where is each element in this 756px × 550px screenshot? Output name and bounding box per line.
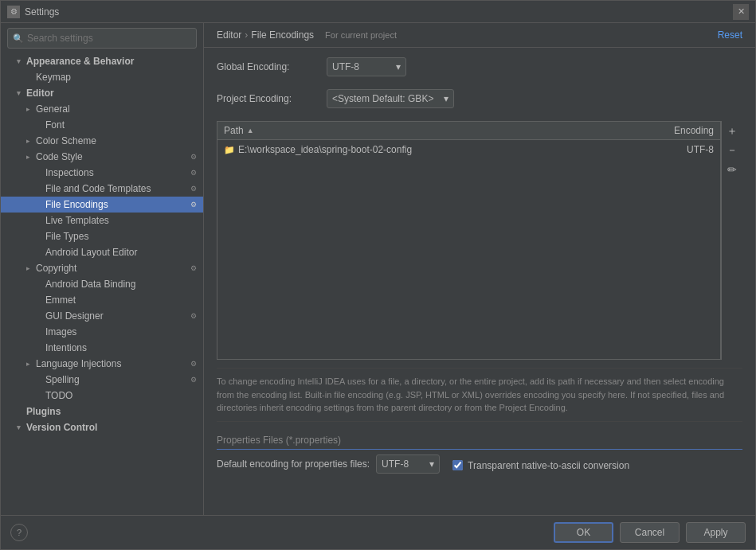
sidebar-item-label: Font	[45, 119, 197, 131]
settings-icon: ⚙	[190, 201, 197, 209]
cancel-button[interactable]: Cancel	[620, 522, 680, 543]
add-row-button[interactable]: ＋	[723, 123, 741, 140]
sidebar-item-language-injections[interactable]: Language Injections ⚙	[1, 356, 203, 372]
sidebar-item-spelling[interactable]: Spelling ⚙	[1, 372, 203, 388]
settings-window: ⚙ Settings ✕ 🔍 Appearance & Behavior	[0, 0, 756, 550]
sidebar-item-gui-designer[interactable]: GUI Designer ⚙	[1, 308, 203, 324]
default-encoding-row: Default encoding for properties files: U…	[217, 454, 742, 474]
encoding-cell: UTF-8	[591, 142, 714, 157]
encoding-table-container: Path ▲ Encoding 📁	[217, 121, 742, 360]
default-encoding-dropdown[interactable]: UTF-8	[382, 458, 426, 470]
breadcrumb-current: File Encodings	[251, 29, 314, 41]
sidebar-item-code-style[interactable]: Code Style ⚙	[1, 149, 203, 165]
sidebar-item-label: General	[36, 103, 197, 115]
arrow-icon	[26, 264, 36, 272]
sidebar-item-file-code-templates[interactable]: File and Code Templates ⚙	[1, 181, 203, 197]
search-box[interactable]: 🔍	[7, 28, 197, 49]
sidebar-item-intentions[interactable]: Intentions	[1, 340, 203, 356]
sidebar-item-font[interactable]: Font	[1, 117, 203, 133]
sort-arrow-icon: ▲	[247, 127, 254, 135]
sidebar-item-label: Android Data Binding	[45, 279, 197, 290]
dropdown-arrow-icon: ▾	[429, 458, 434, 470]
dropdown-arrow-icon: ▾	[396, 61, 401, 72]
default-encoding-label: Default encoding for properties files:	[217, 458, 370, 470]
settings-icon: ⚙	[190, 185, 197, 193]
table-row[interactable]: 📁 E:\workspace_idea\spring-boot-02-confi…	[217, 140, 720, 159]
sidebar-item-label: Language Injections	[36, 358, 190, 369]
sidebar-item-copyright[interactable]: Copyright ⚙	[1, 260, 203, 276]
sidebar-item-label: File and Code Templates	[45, 183, 190, 194]
sidebar-item-keymap[interactable]: Keymap	[1, 69, 203, 85]
sidebar-item-images[interactable]: Images	[1, 324, 203, 340]
edit-row-button[interactable]: ✏	[723, 161, 741, 178]
sidebar-item-file-types[interactable]: File Types	[1, 228, 203, 244]
project-encoding-select[interactable]: <System Default: GBK> ▾	[327, 89, 454, 108]
sidebar-item-label: Keymap	[36, 72, 197, 83]
sidebar-item-label: Android Layout Editor	[45, 247, 197, 258]
settings-icon: ⚙	[190, 312, 197, 320]
sidebar-item-color-scheme[interactable]: Color Scheme	[1, 133, 203, 149]
breadcrumb: Editor › File Encodings	[217, 29, 314, 41]
main-header: Editor › File Encodings For current proj…	[204, 23, 755, 48]
arrow-icon	[17, 89, 26, 97]
project-encoding-dropdown[interactable]: <System Default: GBK>	[332, 93, 441, 104]
titlebar: ⚙ Settings ✕	[1, 1, 755, 23]
settings-icon: ⚙	[190, 376, 197, 384]
sidebar-item-file-encodings[interactable]: File Encodings ⚙	[1, 197, 203, 213]
folder-icon: 📁	[224, 145, 235, 155]
sidebar-item-inspections[interactable]: Inspections ⚙	[1, 165, 203, 181]
dialog-body: 🔍 Appearance & Behavior Keymap	[1, 23, 755, 515]
sidebar-item-label: GUI Designer	[45, 310, 190, 322]
sidebar-item-label: File Types	[45, 231, 197, 242]
global-encoding-dropdown[interactable]: UTF-8	[332, 61, 393, 72]
sidebar-item-todo[interactable]: TODO	[1, 388, 203, 404]
global-encoding-row: Global Encoding: UTF-8 ▾	[217, 57, 742, 76]
settings-icon: ⚙	[190, 264, 197, 272]
sidebar-item-live-templates[interactable]: Live Templates	[1, 213, 203, 228]
project-encoding-row: Project Encoding: <System Default: GBK> …	[217, 89, 742, 108]
sidebar-item-label: Editor	[26, 88, 197, 99]
sidebar-item-editor[interactable]: Editor	[1, 85, 203, 101]
sidebar-item-general[interactable]: General	[1, 101, 203, 117]
apply-button[interactable]: Apply	[686, 522, 746, 543]
sidebar-item-label: Appearance & Behavior	[26, 56, 197, 67]
sidebar-item-label: Version Control	[26, 422, 197, 433]
default-encoding-select[interactable]: UTF-8 ▾	[376, 454, 440, 474]
breadcrumb-editor: Editor	[217, 29, 241, 41]
sidebar-item-android-data-binding[interactable]: Android Data Binding	[1, 276, 203, 292]
transparent-checkbox[interactable]	[452, 460, 463, 470]
reset-button[interactable]: Reset	[718, 29, 742, 41]
sidebar-item-plugins[interactable]: Plugins	[1, 404, 203, 419]
sidebar-item-emmet[interactable]: Emmet	[1, 292, 203, 308]
properties-section: Properties Files (*.properties) Default …	[217, 435, 742, 478]
app-icon: ⚙	[7, 6, 20, 18]
ok-button[interactable]: OK	[554, 522, 613, 543]
info-text: To change encoding IntelliJ IDEA uses fo…	[217, 368, 742, 422]
global-encoding-label: Global Encoding:	[217, 61, 320, 72]
dialog-footer: ? OK Cancel Apply	[1, 515, 755, 549]
sidebar-item-version-control[interactable]: Version Control	[1, 419, 203, 435]
path-column-header[interactable]: Path ▲	[217, 122, 588, 139]
remove-row-button[interactable]: －	[723, 142, 741, 159]
arrow-icon	[26, 137, 36, 145]
table-header: Path ▲ Encoding	[217, 122, 720, 140]
close-button[interactable]: ✕	[733, 4, 749, 20]
sidebar-item-label: Spelling	[45, 374, 190, 385]
help-button[interactable]: ?	[10, 524, 28, 541]
sidebar-item-label: Color Scheme	[36, 135, 197, 146]
settings-icon: ⚙	[190, 360, 197, 368]
window-title: Settings	[25, 6, 733, 18]
sidebar-item-label: File Encodings	[45, 199, 190, 210]
search-input[interactable]	[27, 33, 191, 44]
encoding-column-header[interactable]: Encoding	[588, 122, 720, 139]
settings-icon: ⚙	[190, 153, 197, 161]
sidebar-item-label: Images	[45, 326, 197, 337]
sidebar-item-label: Emmet	[45, 295, 197, 306]
sidebar-item-appearance-behavior[interactable]: Appearance & Behavior	[1, 53, 203, 69]
sidebar-item-android-layout-editor[interactable]: Android Layout Editor	[1, 244, 203, 260]
dialog: 🔍 Appearance & Behavior Keymap	[1, 23, 755, 549]
sidebar-item-label: Copyright	[36, 263, 190, 274]
global-encoding-select[interactable]: UTF-8 ▾	[327, 57, 406, 76]
search-icon: 🔍	[13, 33, 24, 44]
sidebar-item-label: Live Templates	[45, 215, 197, 226]
